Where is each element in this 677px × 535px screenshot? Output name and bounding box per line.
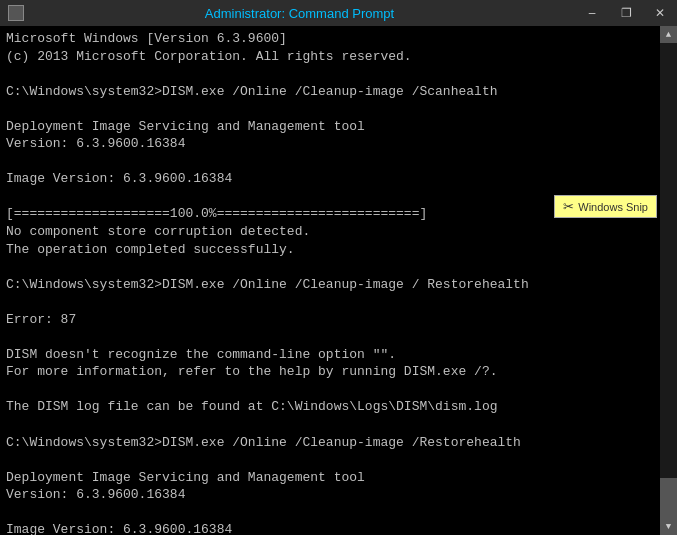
minimize-button[interactable]: – <box>575 0 609 26</box>
terminal-wrapper: Microsoft Windows [Version 6.3.9600] (c)… <box>0 26 677 535</box>
scroll-thumb[interactable] <box>660 478 677 518</box>
close-button[interactable]: ✕ <box>643 0 677 26</box>
snip-tooltip: ✂ Windows Snip <box>554 195 657 218</box>
title-text: Administrator: Command Prompt <box>24 6 575 21</box>
maximize-button[interactable]: ❐ <box>609 0 643 26</box>
snip-label: Windows Snip <box>578 201 648 213</box>
scissors-icon: ✂ <box>563 199 574 214</box>
window-controls: – ❐ ✕ <box>575 0 677 26</box>
scroll-down-arrow[interactable]: ▼ <box>660 518 677 535</box>
scroll-track[interactable] <box>660 43 677 518</box>
terminal-output[interactable]: Microsoft Windows [Version 6.3.9600] (c)… <box>0 26 660 535</box>
scrollbar[interactable]: ▲ ▼ <box>660 26 677 535</box>
scroll-up-arrow[interactable]: ▲ <box>660 26 677 43</box>
cmd-icon <box>8 5 24 21</box>
title-bar: Administrator: Command Prompt – ❐ ✕ <box>0 0 677 26</box>
